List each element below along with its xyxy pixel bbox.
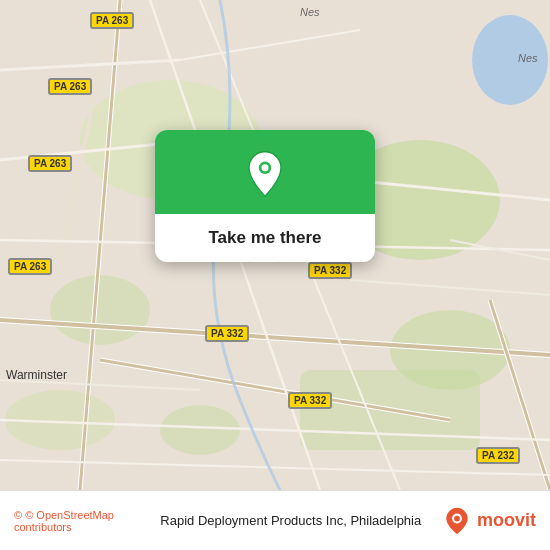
location-city: Philadelphia	[350, 513, 421, 528]
road-badge-pa263-3: PA 263	[28, 155, 72, 172]
location-pin-icon	[241, 150, 289, 198]
neshaminy-label-2: Nes	[518, 52, 538, 64]
road-badge-pa332-2: PA 332	[205, 325, 249, 342]
copyright-text: © © OpenStreetMap contributors	[14, 509, 150, 533]
popup-card[interactable]: Take me there	[155, 130, 375, 262]
location-info: Rapid Deployment Products Inc, Philadelp…	[160, 513, 433, 528]
svg-point-6	[160, 405, 240, 455]
moovit-icon	[443, 507, 471, 535]
location-name: Rapid Deployment Products Inc	[160, 513, 343, 528]
popup-tail	[251, 260, 279, 262]
popup-green-section	[155, 130, 375, 214]
neshaminy-label-1: Nes	[300, 6, 320, 18]
moovit-logo: moovit	[443, 507, 536, 535]
svg-point-4	[50, 275, 150, 345]
road-badge-pa332-3: PA 332	[288, 392, 332, 409]
road-badge-pa263-2: PA 263	[48, 78, 92, 95]
road-badge-pa232: PA 232	[476, 447, 520, 464]
take-me-there-button[interactable]: Take me there	[196, 214, 333, 262]
bottom-bar: © © OpenStreetMap contributors Rapid Dep…	[0, 490, 550, 550]
map-container: PA 263 PA 263 PA 263 PA 263 PA 332 PA 33…	[0, 0, 550, 490]
road-badge-pa332-1: PA 332	[308, 262, 352, 279]
road-badge-pa263-4: PA 263	[8, 258, 52, 275]
warminster-label: Warminster	[6, 368, 67, 382]
svg-point-32	[261, 164, 268, 171]
road-badge-pa263-1: PA 263	[90, 12, 134, 29]
svg-point-34	[454, 515, 460, 521]
moovit-text: moovit	[477, 510, 536, 531]
